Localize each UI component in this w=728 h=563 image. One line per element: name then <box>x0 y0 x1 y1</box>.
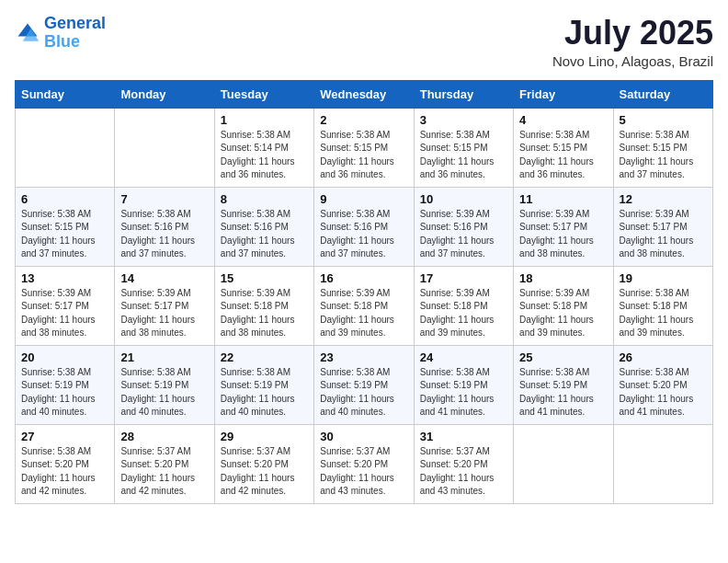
logo-text: General Blue <box>44 15 106 52</box>
cell-sun-info: Sunrise: 5:38 AM Sunset: 5:15 PM Dayligh… <box>620 129 707 182</box>
weekday-header: Wednesday <box>314 80 414 108</box>
calendar-cell: 30Sunrise: 5:37 AM Sunset: 5:20 PM Dayli… <box>314 424 414 503</box>
cell-sun-info: Sunrise: 5:37 AM Sunset: 5:20 PM Dayligh… <box>320 445 407 499</box>
day-number: 12 <box>620 192 707 206</box>
calendar-week-row: 13Sunrise: 5:39 AM Sunset: 5:17 PM Dayli… <box>16 266 713 345</box>
day-number: 30 <box>320 430 407 443</box>
cell-sun-info: Sunrise: 5:39 AM Sunset: 5:18 PM Dayligh… <box>320 287 407 340</box>
day-number: 13 <box>21 271 108 285</box>
cell-sun-info: Sunrise: 5:38 AM Sunset: 5:16 PM Dayligh… <box>221 208 308 261</box>
cell-sun-info: Sunrise: 5:39 AM Sunset: 5:17 PM Dayligh… <box>120 287 208 340</box>
cell-sun-info: Sunrise: 5:38 AM Sunset: 5:16 PM Dayligh… <box>120 208 208 261</box>
day-number: 25 <box>519 350 607 364</box>
calendar-cell: 5Sunrise: 5:38 AM Sunset: 5:15 PM Daylig… <box>613 108 712 187</box>
calendar-cell <box>514 424 613 503</box>
cell-sun-info: Sunrise: 5:39 AM Sunset: 5:18 PM Dayligh… <box>420 287 507 340</box>
calendar-cell: 22Sunrise: 5:38 AM Sunset: 5:19 PM Dayli… <box>214 345 313 424</box>
cell-sun-info: Sunrise: 5:38 AM Sunset: 5:20 PM Dayligh… <box>21 445 108 499</box>
cell-sun-info: Sunrise: 5:38 AM Sunset: 5:18 PM Dayligh… <box>620 287 707 340</box>
calendar-cell: 25Sunrise: 5:38 AM Sunset: 5:19 PM Dayli… <box>514 345 613 424</box>
day-number: 1 <box>221 113 308 127</box>
day-number: 21 <box>120 350 208 364</box>
calendar-week-row: 27Sunrise: 5:38 AM Sunset: 5:20 PM Dayli… <box>16 424 713 503</box>
calendar-week-row: 6Sunrise: 5:38 AM Sunset: 5:15 PM Daylig… <box>16 187 713 266</box>
day-number: 10 <box>420 192 507 206</box>
cell-sun-info: Sunrise: 5:38 AM Sunset: 5:19 PM Dayligh… <box>420 366 507 419</box>
weekday-header: Saturday <box>613 80 712 108</box>
calendar-cell: 19Sunrise: 5:38 AM Sunset: 5:18 PM Dayli… <box>613 266 712 345</box>
calendar-cell: 14Sunrise: 5:39 AM Sunset: 5:17 PM Dayli… <box>115 266 214 345</box>
day-number: 29 <box>221 430 308 443</box>
day-number: 11 <box>519 192 607 206</box>
calendar-cell: 9Sunrise: 5:38 AM Sunset: 5:16 PM Daylig… <box>314 187 414 266</box>
calendar-cell: 21Sunrise: 5:38 AM Sunset: 5:19 PM Dayli… <box>115 345 214 424</box>
day-number: 17 <box>420 271 507 285</box>
calendar-cell: 20Sunrise: 5:38 AM Sunset: 5:19 PM Dayli… <box>16 345 115 424</box>
calendar-week-row: 20Sunrise: 5:38 AM Sunset: 5:19 PM Dayli… <box>16 345 713 424</box>
calendar-cell: 3Sunrise: 5:38 AM Sunset: 5:15 PM Daylig… <box>414 108 513 187</box>
day-number: 16 <box>320 271 407 285</box>
cell-sun-info: Sunrise: 5:38 AM Sunset: 5:19 PM Dayligh… <box>519 366 607 419</box>
day-number: 6 <box>21 192 108 206</box>
day-number: 20 <box>21 350 108 364</box>
day-number: 27 <box>21 430 108 443</box>
cell-sun-info: Sunrise: 5:38 AM Sunset: 5:15 PM Dayligh… <box>21 208 108 261</box>
cell-sun-info: Sunrise: 5:39 AM Sunset: 5:17 PM Dayligh… <box>620 208 707 261</box>
calendar-cell: 28Sunrise: 5:37 AM Sunset: 5:20 PM Dayli… <box>115 424 214 503</box>
page-header: General Blue July 2025 Novo Lino, Alagoa… <box>15 15 713 69</box>
calendar-header-row: SundayMondayTuesdayWednesdayThursdayFrid… <box>16 80 713 108</box>
logo-icon <box>15 20 40 46</box>
calendar-cell: 29Sunrise: 5:37 AM Sunset: 5:20 PM Dayli… <box>214 424 313 503</box>
weekday-header: Monday <box>115 80 214 108</box>
cell-sun-info: Sunrise: 5:38 AM Sunset: 5:19 PM Dayligh… <box>221 366 308 419</box>
title-block: July 2025 Novo Lino, Alagoas, Brazil <box>552 15 713 69</box>
weekday-header: Friday <box>514 80 613 108</box>
cell-sun-info: Sunrise: 5:37 AM Sunset: 5:20 PM Dayligh… <box>221 445 308 499</box>
weekday-header: Sunday <box>16 80 115 108</box>
calendar-cell: 11Sunrise: 5:39 AM Sunset: 5:17 PM Dayli… <box>514 187 613 266</box>
cell-sun-info: Sunrise: 5:39 AM Sunset: 5:18 PM Dayligh… <box>221 287 308 340</box>
cell-sun-info: Sunrise: 5:38 AM Sunset: 5:15 PM Dayligh… <box>519 129 607 182</box>
day-number: 24 <box>420 350 507 364</box>
calendar-cell: 2Sunrise: 5:38 AM Sunset: 5:15 PM Daylig… <box>314 108 414 187</box>
cell-sun-info: Sunrise: 5:38 AM Sunset: 5:15 PM Dayligh… <box>320 129 407 182</box>
calendar-cell <box>613 424 712 503</box>
day-number: 23 <box>320 350 407 364</box>
logo: General Blue <box>15 15 106 52</box>
cell-sun-info: Sunrise: 5:39 AM Sunset: 5:17 PM Dayligh… <box>21 287 108 340</box>
calendar-cell <box>115 108 214 187</box>
calendar-cell: 16Sunrise: 5:39 AM Sunset: 5:18 PM Dayli… <box>314 266 414 345</box>
month-year-title: July 2025 <box>552 15 713 52</box>
calendar-cell: 15Sunrise: 5:39 AM Sunset: 5:18 PM Dayli… <box>214 266 313 345</box>
day-number: 9 <box>320 192 407 206</box>
cell-sun-info: Sunrise: 5:38 AM Sunset: 5:15 PM Dayligh… <box>420 129 507 182</box>
cell-sun-info: Sunrise: 5:37 AM Sunset: 5:20 PM Dayligh… <box>420 445 507 499</box>
cell-sun-info: Sunrise: 5:38 AM Sunset: 5:19 PM Dayligh… <box>320 366 407 419</box>
day-number: 28 <box>120 430 208 443</box>
cell-sun-info: Sunrise: 5:39 AM Sunset: 5:18 PM Dayligh… <box>519 287 607 340</box>
cell-sun-info: Sunrise: 5:38 AM Sunset: 5:20 PM Dayligh… <box>620 366 707 419</box>
day-number: 3 <box>420 113 507 127</box>
day-number: 14 <box>120 271 208 285</box>
day-number: 2 <box>320 113 407 127</box>
calendar-cell: 1Sunrise: 5:38 AM Sunset: 5:14 PM Daylig… <box>214 108 313 187</box>
calendar-cell: 7Sunrise: 5:38 AM Sunset: 5:16 PM Daylig… <box>115 187 214 266</box>
calendar-cell: 27Sunrise: 5:38 AM Sunset: 5:20 PM Dayli… <box>16 424 115 503</box>
cell-sun-info: Sunrise: 5:38 AM Sunset: 5:14 PM Dayligh… <box>221 129 308 182</box>
weekday-header: Thursday <box>414 80 513 108</box>
calendar-cell: 18Sunrise: 5:39 AM Sunset: 5:18 PM Dayli… <box>514 266 613 345</box>
cell-sun-info: Sunrise: 5:38 AM Sunset: 5:19 PM Dayligh… <box>120 366 208 419</box>
calendar-cell <box>16 108 115 187</box>
calendar-cell: 6Sunrise: 5:38 AM Sunset: 5:15 PM Daylig… <box>16 187 115 266</box>
calendar-week-row: 1Sunrise: 5:38 AM Sunset: 5:14 PM Daylig… <box>16 108 713 187</box>
calendar-cell: 31Sunrise: 5:37 AM Sunset: 5:20 PM Dayli… <box>414 424 513 503</box>
calendar-cell: 10Sunrise: 5:39 AM Sunset: 5:16 PM Dayli… <box>414 187 513 266</box>
cell-sun-info: Sunrise: 5:39 AM Sunset: 5:17 PM Dayligh… <box>519 208 607 261</box>
cell-sun-info: Sunrise: 5:38 AM Sunset: 5:16 PM Dayligh… <box>320 208 407 261</box>
calendar-cell: 8Sunrise: 5:38 AM Sunset: 5:16 PM Daylig… <box>214 187 313 266</box>
weekday-header: Tuesday <box>214 80 313 108</box>
day-number: 7 <box>120 192 208 206</box>
day-number: 22 <box>221 350 308 364</box>
calendar-cell: 4Sunrise: 5:38 AM Sunset: 5:15 PM Daylig… <box>514 108 613 187</box>
day-number: 19 <box>620 271 707 285</box>
